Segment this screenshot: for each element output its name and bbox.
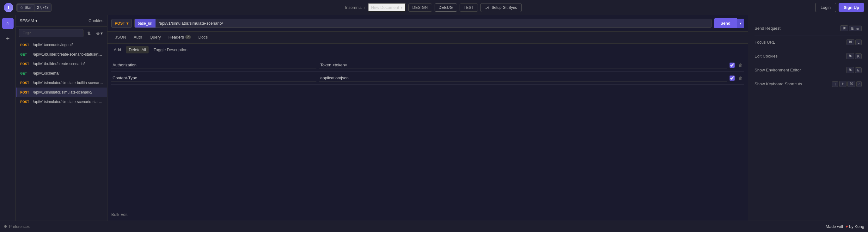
list-item[interactable]: POST /api/v1/simulator/simulate-scenario… [16,88,107,97]
list-item[interactable]: POST /api/v1/builder/create-scenario/ [16,59,107,69]
made-with: Made with ♥ by Kong [826,224,864,229]
tab-headers-label: Headers [168,35,184,39]
trash-icon: 🗑 [738,75,743,80]
key-badge: Enter [849,26,862,31]
preferences-label: Preferences [9,224,30,229]
tab-json-button[interactable]: JSON [111,32,130,43]
header-key-authorization[interactable] [111,61,316,69]
method-badge: GET [20,72,30,75]
star-icon: ☆ [20,5,23,10]
headers-toolbar: Add Delete All Toggle Description [107,44,748,56]
list-item[interactable]: POST /api/v1/simulator/simulate-scenario… [16,97,107,106]
app-logo[interactable]: I [4,3,13,12]
method-badge: POST [20,100,30,104]
header-check-authorization[interactable] [730,63,735,68]
key-badge: ⌘ [847,81,855,87]
header-check-content-type[interactable] [730,75,735,80]
title-separator: / [364,5,365,10]
mode-design-button[interactable]: DESIGN [408,3,432,12]
mode-test-button[interactable]: TEST [460,3,478,12]
send-dropdown-button[interactable]: ▾ [737,19,744,28]
cookies-button[interactable]: Cookies [89,18,103,23]
header-value-authorization[interactable] [319,61,727,69]
shortcut-row: Send Request⌘Enter [754,22,862,35]
chevron-down-icon: ▾ [35,18,38,23]
shortcut-row: Show Keyboard Shortcuts↑⇧⌘/ [754,77,862,91]
header-row-authorization: 🗑 [111,59,744,72]
login-button[interactable]: Login [815,3,836,12]
send-button[interactable]: Send [714,18,737,28]
request-path: /api/v1/accounts/logout/ [33,43,73,47]
bottom-bar: ⚙ Preferences Made with ♥ by Kong [0,221,868,232]
sort-button[interactable]: ⇅ [86,29,92,37]
base-url-tag[interactable]: base_url [135,19,156,28]
header-value-content-type[interactable] [319,74,727,82]
tab-docs-label: Docs [198,35,208,39]
sidebar-header: SESAM ▾ Cookies [16,15,107,27]
request-tabs: JSONAuthQueryHeaders2Docs [107,32,748,44]
star-group: ☆ Star 27,743 [17,3,52,12]
bulk-edit-button[interactable]: Bulk Edit [111,212,127,217]
add-request-button[interactable]: ⊕ ▾ [95,29,104,37]
list-item[interactable]: GET /api/v1/schema/ [16,69,107,78]
request-panel: POST ▾ base_url Send ▾ JSONAuthQueryHead… [107,15,748,221]
tab-headers-button[interactable]: Headers2 [165,32,195,43]
url-path-input[interactable] [156,19,712,28]
request-path: /api/v1/simulator/simulate-scenario-stat… [33,100,103,104]
tab-query-label: Query [150,35,161,39]
filter-row: ⇅ ⊕ ▾ [16,27,107,40]
bulk-edit-row: Bulk Edit [107,208,748,221]
header-key-content-type[interactable] [111,74,316,82]
plus-circle-icon: ⊕ [96,31,100,36]
list-item[interactable]: POST /api/v1/simulator/simulate-builtin-… [16,78,107,88]
signup-button[interactable]: Sign Up [839,3,864,12]
collection-name: SESAM [20,18,34,23]
list-item[interactable]: GET /api/v1/builder/create-scenario-stat… [16,49,107,59]
chevron-down-icon: ▾ [740,21,742,26]
filter-input[interactable] [19,29,84,37]
tab-auth-button[interactable]: Auth [130,32,146,43]
request-path: /api/v1/builder/create-scenario-status/{… [33,52,103,57]
method-badge: POST [20,62,30,66]
home-icon-button[interactable]: ⌂ [2,18,13,29]
key-badge: / [856,81,862,87]
by-kong-label: by Kong [849,224,864,229]
key-badge: ⌘ [840,25,848,31]
request-list: POST /api/v1/accounts/logout/ GET /api/v… [16,40,107,221]
preferences-button[interactable]: ⚙ Preferences [4,224,30,229]
list-item[interactable]: POST /api/v1/accounts/logout/ [16,40,107,49]
delete-all-headers-button[interactable]: Delete All [126,46,149,54]
tab-json-label: JSON [115,35,126,39]
icon-sidebar: ⌂ + [0,15,16,221]
star-button[interactable]: ☆ Star [17,4,34,11]
collection-name-button[interactable]: SESAM ▾ [20,18,38,23]
settings-icon: ⚙ [4,224,7,229]
method-select[interactable]: POST ▾ [111,19,132,28]
delete-content-type-header-button[interactable]: 🗑 [737,75,744,81]
delete-authorization-header-button[interactable]: 🗑 [737,62,744,68]
header-row-content-type: 🗑 [111,72,744,85]
git-sync-label: Setup Git Sync [492,5,517,10]
document-name: New Document [371,5,399,10]
mode-debug-button[interactable]: DEBUG [435,3,457,12]
shortcut-label: Show Keyboard Shortcuts [754,81,802,86]
add-header-button[interactable]: Add [111,46,124,54]
sort-icon: ⇅ [87,31,91,36]
key-badge: ↑ [832,81,838,87]
shortcut-row: Edit Cookies⌘K [754,49,862,63]
add-collection-button[interactable]: + [2,33,13,44]
add-dropdown-icon: ▾ [100,31,103,36]
key-badge: E [855,67,862,73]
toggle-description-button[interactable]: Toggle Description [151,46,190,54]
heart-icon: ♥ [845,224,848,229]
tab-docs-button[interactable]: Docs [195,32,212,43]
send-label: Send [720,21,731,26]
plus-icon: + [6,35,10,42]
chevron-down-icon: ▾ [401,5,403,10]
topbar-right: Login Sign Up [815,3,864,12]
git-sync-button[interactable]: ⎇ Setup Git Sync [480,3,522,12]
document-button[interactable]: New Document ▾ [368,3,406,12]
shortcut-label: Focus URL [754,40,775,44]
tab-query-button[interactable]: Query [146,32,164,43]
request-path: /api/v1/builder/create-scenario/ [33,62,85,66]
